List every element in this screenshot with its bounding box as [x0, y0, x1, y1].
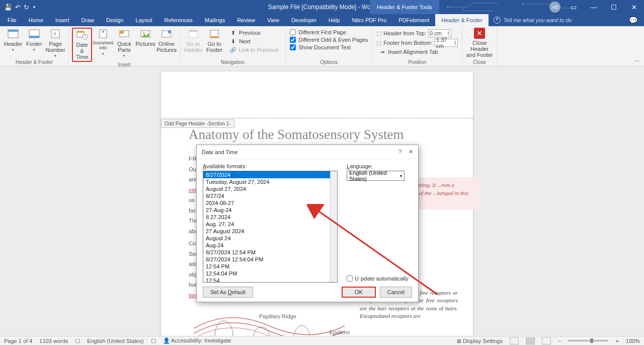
footer-from-bottom-input[interactable]: 1.37 cm▲▼: [435, 39, 458, 47]
zoom-out-button[interactable]: −: [558, 338, 561, 344]
accessibility-status[interactable]: 👤 Accessibility: Investigate: [163, 337, 231, 344]
print-layout-view[interactable]: [526, 337, 535, 344]
format-option[interactable]: Aug. 27, 24: [203, 221, 337, 228]
tab-file[interactable]: File: [2, 14, 23, 26]
dialog-help-icon[interactable]: ?: [398, 149, 401, 155]
tab-help[interactable]: Help: [323, 14, 346, 26]
format-option[interactable]: 2024-08-27: [203, 199, 337, 206]
zoom-level[interactable]: 100%: [626, 338, 640, 344]
group-options: Different First Page Different Odd & Eve…: [286, 26, 372, 66]
format-option[interactable]: 12:54: [203, 277, 337, 283]
format-option[interactable]: 27 August 2024: [203, 228, 337, 235]
svg-point-18: [168, 30, 172, 34]
link-icon: 🔗: [229, 46, 236, 53]
pictures-button[interactable]: Pictures: [135, 28, 155, 48]
footer-from-bottom-row: ⬚Footer from Bottom:1.37 cm▲▼: [376, 38, 458, 47]
insert-alignment-tab-button[interactable]: ⇥Insert Alignment Tab: [376, 48, 458, 56]
tab-design[interactable]: Design: [100, 14, 129, 26]
different-first-page-checkbox[interactable]: Different First Page: [290, 29, 368, 36]
minimize-icon[interactable]: —: [584, 0, 604, 14]
page-number-button[interactable]: #Page Number▾: [45, 28, 65, 59]
set-as-default-button[interactable]: Set As Default: [203, 287, 253, 298]
previous-button[interactable]: ⬆Previous: [227, 29, 280, 37]
svg-text:Papillary Ridge: Papillary Ridge: [259, 313, 296, 319]
quick-parts-button[interactable]: Quick Parts▾: [114, 28, 134, 59]
previous-icon: ⬆: [229, 29, 236, 36]
online-pictures-button[interactable]: Online Pictures: [156, 28, 177, 54]
header-button[interactable]: Header▾: [3, 28, 23, 53]
format-option[interactable]: August 24: [203, 235, 337, 242]
date-time-button[interactable]: Date & Time: [72, 28, 92, 62]
page-count[interactable]: Page 1 of 4: [4, 338, 32, 344]
update-automatically-checkbox[interactable]: Update automatically: [347, 275, 412, 282]
zoom-slider[interactable]: [568, 340, 608, 341]
macro-icon[interactable]: ▢: [151, 337, 156, 344]
close-header-footer-button[interactable]: ✕ Close Header and Footer: [465, 28, 494, 58]
qat-dropdown-icon[interactable]: ▼: [32, 5, 36, 10]
svg-point-16: [143, 32, 145, 34]
document-info-button[interactable]: Document Info▾: [93, 28, 113, 56]
status-bar: Page 1 of 4 1103 words ▢ English (United…: [0, 336, 644, 345]
next-button[interactable]: ⬇Next: [227, 37, 280, 45]
tab-home[interactable]: Home: [23, 14, 49, 26]
svg-point-12: [102, 31, 104, 33]
undo-icon[interactable]: ↶: [15, 4, 21, 11]
dialog-close-icon[interactable]: ✕: [409, 149, 413, 155]
format-option[interactable]: 12:54 PM: [203, 263, 337, 270]
display-settings[interactable]: 🖥 Display Settings: [456, 338, 503, 344]
goto-footer-button[interactable]: Go to Footer: [204, 28, 224, 54]
maximize-icon[interactable]: ☐: [604, 0, 624, 14]
format-option[interactable]: 12:54:04 PM: [203, 270, 337, 277]
comments-icon[interactable]: 💬: [629, 16, 637, 24]
format-option[interactable]: August 27, 2024: [203, 185, 337, 192]
format-option[interactable]: 8/27/2024: [203, 171, 337, 178]
spellcheck-icon[interactable]: ▢: [75, 337, 80, 344]
language-dropdown[interactable]: English (United States) ▾: [347, 171, 405, 181]
format-option[interactable]: 8.27.2024: [203, 214, 337, 221]
show-document-text-checkbox[interactable]: Show Document Text: [290, 44, 368, 51]
dialog-titlebar: Date and Time ? ✕: [197, 145, 418, 159]
tab-pdfelement[interactable]: PDFelement: [392, 14, 435, 26]
format-option[interactable]: Aug-24: [203, 242, 337, 249]
tab-references[interactable]: References: [158, 14, 199, 26]
header-boundary: [161, 118, 473, 118]
tab-draw[interactable]: Draw: [75, 14, 101, 26]
tab-header-footer[interactable]: Header & Footer: [435, 14, 488, 26]
close-icon: ✕: [474, 28, 485, 39]
collapse-ribbon-button[interactable]: ︿: [634, 56, 640, 64]
read-mode-view[interactable]: [510, 337, 519, 344]
format-option[interactable]: 27-Aug-24: [203, 206, 337, 214]
save-icon[interactable]: 💾: [4, 4, 12, 11]
zoom-in-button[interactable]: +: [615, 338, 618, 344]
lightbulb-icon: [494, 17, 501, 24]
word-count[interactable]: 1103 words: [39, 338, 68, 344]
tell-me-placeholder: Tell me what you want to do: [504, 17, 572, 23]
tab-mailings[interactable]: Mailings: [199, 14, 231, 26]
header-from-top-input[interactable]: 0 cm▲▼: [428, 29, 451, 37]
format-option[interactable]: Tuesday, August 27, 2024: [203, 178, 337, 185]
ok-button[interactable]: OK: [342, 287, 376, 298]
format-option[interactable]: 8/27/2024 12:54 PM: [203, 249, 337, 256]
tell-me-search[interactable]: Tell me what you want to do: [489, 17, 577, 24]
format-option[interactable]: 8/27/24: [203, 192, 337, 199]
language-status[interactable]: English (United States): [87, 338, 144, 344]
tab-review[interactable]: Review: [231, 14, 261, 26]
close-window-icon[interactable]: ✕: [624, 0, 644, 14]
formats-listbox[interactable]: 8/27/2024 Tuesday, August 27, 2024 Augus…: [203, 171, 338, 283]
tab-nitro[interactable]: Nitro PDF Pro: [346, 14, 392, 26]
footer-button[interactable]: Footer▾: [24, 28, 44, 53]
web-layout-view[interactable]: [542, 337, 551, 344]
listbox-scrollbar[interactable]: [330, 171, 337, 282]
tab-insert[interactable]: Insert: [49, 14, 75, 26]
svg-rect-5: [29, 36, 39, 38]
goto-header-button[interactable]: Go to Header: [183, 28, 203, 54]
tab-developer[interactable]: Developer: [285, 14, 323, 26]
link-previous-button[interactable]: 🔗Link to Previous: [227, 46, 280, 54]
cancel-button[interactable]: Cancel: [380, 287, 412, 298]
tab-view[interactable]: View: [261, 14, 285, 26]
svg-point-0: [447, 6, 449, 8]
redo-icon[interactable]: ↻: [24, 4, 29, 11]
tab-layout[interactable]: Layout: [130, 14, 158, 26]
format-option[interactable]: 8/27/2024 12:54:04 PM: [203, 256, 337, 263]
different-odd-even-checkbox[interactable]: Different Odd & Even Pages: [290, 36, 368, 43]
